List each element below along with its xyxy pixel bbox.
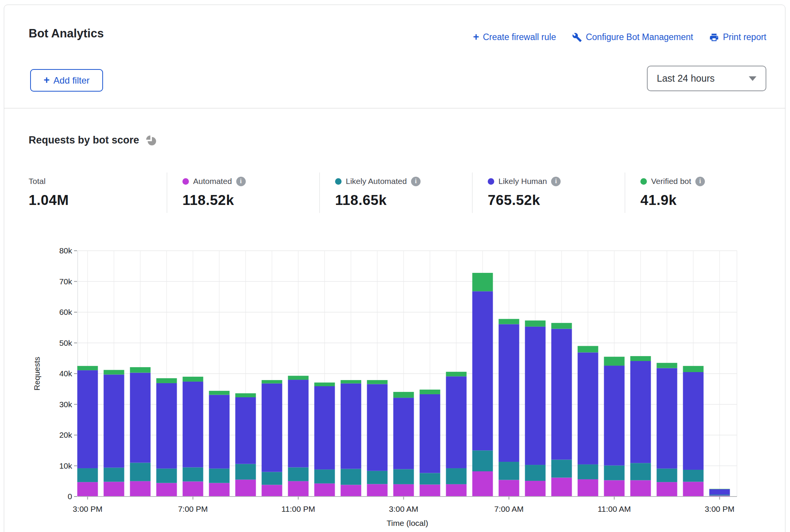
bar-likely-human[interactable] (235, 397, 256, 464)
bar-likely-automated[interactable] (472, 450, 493, 471)
info-icon[interactable]: i (695, 177, 705, 186)
bar-likely-human[interactable] (604, 366, 625, 466)
bar-verified-bot[interactable] (578, 346, 598, 353)
bar-likely-automated[interactable] (709, 495, 730, 495)
print-report-link[interactable]: Print report (709, 32, 766, 42)
bar-likely-automated[interactable] (393, 469, 414, 484)
bar-automated[interactable] (209, 483, 230, 497)
bar-verified-bot[interactable] (262, 380, 282, 384)
bar-automated[interactable] (393, 484, 414, 497)
bar-likely-human[interactable] (446, 376, 467, 468)
bar-verified-bot[interactable] (341, 380, 361, 384)
bar-likely-automated[interactable] (156, 469, 177, 483)
bar-likely-human[interactable] (288, 380, 309, 467)
bar-verified-bot[interactable] (604, 357, 625, 366)
bar-verified-bot[interactable] (657, 363, 677, 368)
bar-likely-automated[interactable] (446, 468, 467, 484)
bar-likely-human[interactable] (709, 489, 730, 495)
bar-likely-human[interactable] (630, 361, 651, 463)
requests-by-bot-score-chart[interactable]: 010k20k30k40k50k60k70k80k3:00 PM7:00 PM1… (0, 229, 790, 532)
bar-verified-bot[interactable] (314, 382, 335, 386)
bar-automated[interactable] (130, 481, 151, 497)
bar-automated[interactable] (183, 482, 203, 497)
bar-verified-bot[interactable] (420, 390, 440, 394)
time-range-select[interactable]: Last 24 hours (647, 66, 766, 91)
bar-likely-automated[interactable] (183, 468, 203, 482)
bar-verified-bot[interactable] (235, 393, 256, 397)
bar-likely-automated[interactable] (420, 473, 440, 484)
bar-verified-bot[interactable] (472, 273, 493, 291)
bar-likely-human[interactable] (77, 370, 98, 468)
bar-verified-bot[interactable] (446, 372, 467, 376)
bar-likely-human[interactable] (314, 386, 335, 469)
bar-likely-human[interactable] (367, 384, 388, 471)
create-firewall-rule-link[interactable]: + Create firewall rule (473, 32, 556, 42)
bar-verified-bot[interactable] (288, 376, 309, 380)
bar-likely-human[interactable] (657, 368, 677, 469)
bar-automated[interactable] (367, 484, 388, 497)
bar-verified-bot[interactable] (156, 378, 177, 383)
bar-likely-automated[interactable] (683, 470, 704, 482)
bar-likely-automated[interactable] (657, 469, 677, 482)
info-icon[interactable]: i (551, 177, 561, 186)
bar-verified-bot[interactable] (183, 377, 203, 382)
bar-likely-automated[interactable] (209, 469, 230, 483)
bar-likely-automated[interactable] (578, 464, 598, 479)
bar-automated[interactable] (578, 479, 598, 497)
bar-likely-automated[interactable] (499, 462, 519, 480)
bar-automated[interactable] (604, 480, 625, 497)
bar-verified-bot[interactable] (683, 366, 704, 372)
bar-verified-bot[interactable] (77, 366, 98, 370)
bar-likely-automated[interactable] (367, 471, 388, 484)
bar-likely-automated[interactable] (314, 469, 335, 484)
bar-verified-bot[interactable] (630, 356, 651, 361)
bar-likely-automated[interactable] (130, 463, 151, 481)
bar-likely-automated[interactable] (235, 464, 256, 480)
bar-automated[interactable] (551, 477, 572, 497)
bar-automated[interactable] (472, 471, 493, 497)
bar-verified-bot[interactable] (709, 489, 730, 489)
bar-likely-human[interactable] (472, 291, 493, 450)
bar-automated[interactable] (288, 481, 309, 497)
bar-automated[interactable] (446, 484, 467, 497)
bar-likely-automated[interactable] (77, 468, 98, 482)
bar-automated[interactable] (262, 485, 282, 497)
bar-verified-bot[interactable] (551, 323, 572, 329)
add-filter-button[interactable]: + Add filter (30, 69, 103, 92)
info-icon[interactable]: i (411, 177, 421, 186)
bar-automated[interactable] (683, 482, 704, 497)
bar-automated[interactable] (499, 480, 519, 497)
bar-verified-bot[interactable] (393, 392, 414, 398)
bar-likely-automated[interactable] (288, 468, 309, 481)
bar-likely-human[interactable] (262, 384, 282, 472)
bar-likely-human[interactable] (130, 373, 151, 463)
bar-automated[interactable] (156, 483, 177, 497)
bar-verified-bot[interactable] (525, 321, 546, 327)
bar-likely-human[interactable] (420, 394, 440, 473)
bar-verified-bot[interactable] (130, 367, 151, 372)
bar-likely-automated[interactable] (341, 469, 361, 485)
bar-automated[interactable] (235, 480, 256, 497)
bar-likely-automated[interactable] (630, 463, 651, 480)
bar-automated[interactable] (341, 485, 361, 497)
bar-likely-human[interactable] (156, 383, 177, 469)
bar-likely-human[interactable] (341, 384, 361, 469)
bar-automated[interactable] (77, 482, 98, 497)
configure-bot-management-link[interactable]: Configure Bot Management (572, 32, 693, 42)
bar-likely-human[interactable] (683, 372, 704, 470)
bar-automated[interactable] (104, 482, 124, 497)
bar-verified-bot[interactable] (209, 391, 230, 395)
bar-automated[interactable] (314, 484, 335, 497)
bar-automated[interactable] (657, 482, 677, 497)
info-icon[interactable]: i (236, 177, 246, 186)
bar-automated[interactable] (630, 480, 651, 497)
bar-likely-human[interactable] (551, 329, 572, 459)
bar-automated[interactable] (525, 481, 546, 497)
bar-likely-automated[interactable] (525, 465, 546, 481)
bar-likely-automated[interactable] (551, 459, 572, 477)
bar-verified-bot[interactable] (499, 319, 519, 324)
bar-likely-human[interactable] (209, 395, 230, 469)
bar-verified-bot[interactable] (367, 380, 388, 384)
bar-automated[interactable] (420, 485, 440, 497)
bar-likely-automated[interactable] (262, 472, 282, 485)
